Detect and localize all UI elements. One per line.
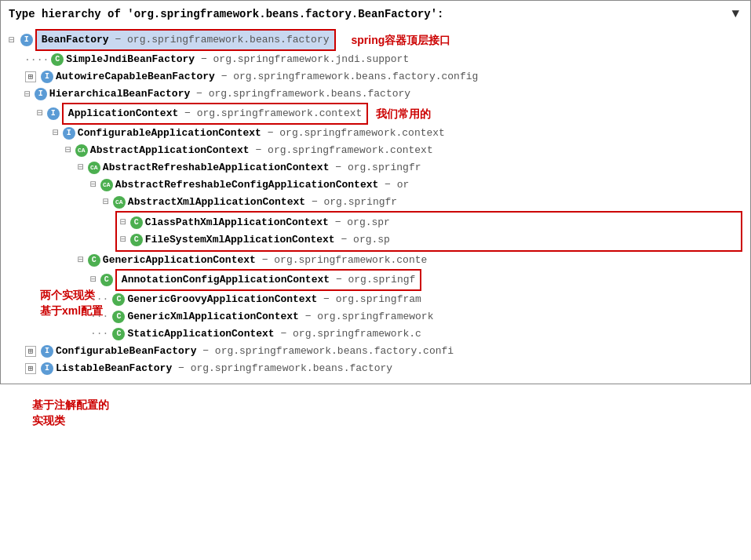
node-label: StaticApplicationContext − org.springfra…: [127, 325, 421, 343]
node-label: ListableBeanFactory − org.springframewor…: [56, 360, 392, 377]
tree-row: ⊟ CA AbstractApplicationContext − org.sp…: [9, 142, 742, 159]
tree-row: ⊟ I BeanFactory − org.springframework.be…: [9, 29, 742, 51]
node-label: GenericGroovyApplicationContext − org.sp…: [127, 291, 421, 308]
class-badge: C: [112, 293, 125, 306]
tree-row: ⊞ I ListableBeanFactory − org.springfram…: [9, 360, 742, 377]
node-label: HierarchicalBeanFactory − org.springfram…: [49, 85, 410, 103]
tree-row: ··· C GenericXmlApplicationContext − org…: [9, 308, 742, 325]
tree-row: ⊟ I HierarchicalBeanFactory − org.spring…: [9, 85, 742, 103]
interface-badge: I: [47, 107, 60, 120]
xml-impl-group: ⊟ C ClassPathXmlApplicationContext − org…: [115, 211, 742, 252]
node-label: ConfigurableApplicationContext − org.spr…: [78, 125, 445, 142]
class-badge: C: [51, 53, 64, 66]
class-badge: C: [88, 254, 100, 267]
annotation-common-use: 我们常用的: [376, 105, 431, 122]
type-hierarchy-tree: ⊟ I BeanFactory − org.springframework.be…: [9, 29, 742, 377]
class-badge: C: [130, 216, 143, 229]
tree-connector: ···: [90, 291, 108, 308]
node-label: AnnotationConfigApplicationContext − org…: [122, 271, 415, 289]
node-label: GenericApplicationContext − org.springfr…: [103, 252, 427, 269]
tree-connector: ⊟: [78, 159, 84, 176]
node-label: AutowireCapableBeanFactory − org.springf…: [56, 68, 478, 85]
annotation-spring-top: spring容器顶层接口: [352, 31, 451, 49]
class-badge: C: [130, 234, 143, 246]
class-badge: C: [100, 274, 113, 286]
tree-connector: ⊟: [9, 31, 15, 49]
abstract-class-badge: CA: [88, 162, 100, 174]
tree-row: ⊟ C FileSystemXmlApplicationContext − or…: [120, 231, 738, 249]
node-label: AbstractXmlApplicationContext − org.spri…: [128, 194, 397, 211]
expand-toggle[interactable]: ⊞: [25, 346, 36, 357]
node-label: AbstractApplicationContext − org.springf…: [90, 142, 433, 159]
node-label: AbstractRefreshableConfigApplicationCont…: [115, 176, 409, 194]
node-label: ClassPathXmlApplicationContext − org.spr: [145, 214, 390, 231]
main-container: Type hierarchy of 'org.springframework.b…: [0, 0, 751, 384]
node-label: SimpleJndiBeanFactory − org.springframew…: [66, 51, 409, 68]
tree-row: ⊞ I ConfigurableBeanFactory − org.spring…: [9, 343, 742, 360]
expand-toggle[interactable]: ⊞: [25, 363, 36, 374]
tree-connector: ⊟: [90, 176, 97, 194]
highlight-box-beanfactory: BeanFactory − org.springframework.beans.…: [35, 29, 336, 51]
node-label: GenericXmlApplicationContext − org.sprin…: [127, 308, 433, 325]
tree-row: ⊞ I AutowireCapableBeanFactory − org.spr…: [9, 68, 742, 85]
tree-connector: ···: [90, 325, 108, 343]
tree-row: ⊟ CA AbstractRefreshableConfigApplicatio…: [9, 176, 742, 194]
tree-connector: ⊟: [53, 125, 59, 142]
node-name: BeanFactory − org.springframework.beans.…: [42, 31, 330, 49]
class-badge: C: [112, 311, 125, 323]
tree-row: ··· C StaticApplicationContext − org.spr…: [9, 325, 742, 343]
interface-badge: I: [41, 71, 53, 83]
tree-row: ⊟ C ClassPathXmlApplicationContext − org…: [120, 214, 738, 231]
tree-row: ⊟ C GenericApplicationContext − org.spri…: [9, 252, 742, 269]
tree-connector: ⊟: [65, 142, 71, 159]
tree-connector: ⊟: [37, 105, 43, 122]
interface-badge: I: [35, 88, 47, 100]
tree-row: ⊟ CA AbstractXmlApplicationContext − org…: [9, 194, 742, 211]
abstract-class-badge: CA: [113, 196, 126, 209]
tree-connector: ···: [90, 308, 108, 325]
highlight-box-annotation-config: AnnotationConfigApplicationContext − org…: [115, 269, 421, 291]
annotation-note: 基于注解配置的实现类: [32, 398, 109, 428]
tree-row: ··· C GenericGroovyApplicationContext − …: [9, 291, 742, 308]
interface-badge: I: [41, 345, 53, 358]
tree-connector: ⊟: [78, 252, 84, 269]
highlight-box-appctx: ApplicationContext − org.springframework…: [62, 103, 368, 125]
tree-connector: ⊟: [103, 194, 109, 211]
node-label: ApplicationContext − org.springframework…: [68, 105, 362, 122]
tree-row: ···· C SimpleJndiBeanFactory − org.sprin…: [9, 51, 742, 68]
chevron-down-icon[interactable]: ▼: [731, 7, 739, 21]
abstract-class-badge: CA: [75, 144, 88, 157]
interface-badge: I: [63, 127, 75, 140]
interface-badge: I: [20, 34, 33, 46]
tree-connector: ⊟: [24, 85, 31, 103]
header-title: Type hierarchy of 'org.springframework.b…: [9, 8, 444, 20]
expand-toggle[interactable]: ⊞: [25, 71, 36, 82]
node-label: AbstractRefreshableApplicationContext − …: [103, 159, 421, 176]
tree-connector: ····: [24, 51, 49, 68]
header: Type hierarchy of 'org.springframework.b…: [9, 7, 742, 21]
node-label: FileSystemXmlApplicationContext − org.sp: [145, 231, 390, 249]
node-label: ConfigurableBeanFactory − org.springfram…: [56, 343, 454, 360]
tree-row: ⊟ I ApplicationContext − org.springframe…: [9, 103, 742, 125]
tree-connector: ⊟: [90, 271, 97, 289]
tree-row: ⊟ C AnnotationConfigApplicationContext −…: [9, 269, 742, 291]
tree-connector: ⊟: [120, 231, 126, 249]
tree-row: ⊟ I ConfigurableApplicationContext − org…: [9, 125, 742, 142]
class-badge: C: [112, 328, 125, 340]
abstract-class-badge: CA: [100, 179, 113, 191]
interface-badge: I: [41, 362, 53, 375]
annotation-annotation-impl: 基于注解配置的实现类: [32, 398, 109, 428]
tree-connector: ⊟: [120, 214, 126, 231]
tree-row: ⊟ CA AbstractRefreshableApplicationConte…: [9, 159, 742, 176]
